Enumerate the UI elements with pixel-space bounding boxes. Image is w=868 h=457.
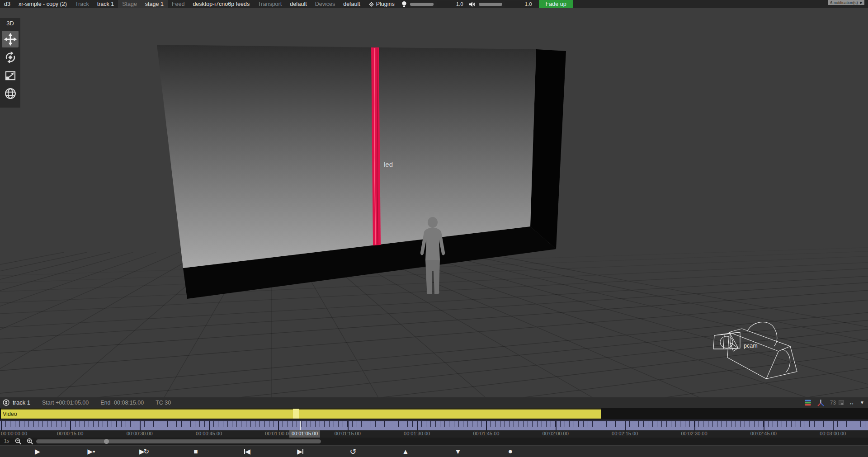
- notifications-expand-icon[interactable]: ▶: [860, 1, 863, 5]
- video-layer-label: Video: [3, 411, 17, 417]
- rotate-tool-button[interactable]: [2, 49, 19, 66]
- ruler-label: 00:03:00.00: [820, 431, 846, 436]
- timeline-scrollbar-thumb[interactable]: [104, 439, 109, 444]
- timeline-panel: track 1 Start +00:01:05.00 End -00:08:15…: [0, 397, 868, 457]
- record-button[interactable]: ●: [503, 446, 518, 457]
- d3-application-window: d3 xr-simple - copy (2) Track track 1 St…: [0, 0, 868, 457]
- track-counter-value[interactable]: 73: [830, 400, 836, 406]
- undo-button[interactable]: ↺: [345, 446, 361, 457]
- stage-3d-viewport[interactable]: led pcam: [0, 8, 868, 397]
- move-tool-button[interactable]: [2, 31, 19, 47]
- next-section-button[interactable]: ▼: [450, 446, 466, 457]
- fit-width-icon[interactable]: ↔: [849, 400, 854, 406]
- menu-stage-value[interactable]: stage 1: [141, 0, 168, 8]
- current-time-box[interactable]: 00:01:05.00: [289, 430, 320, 438]
- ruler-label: 00:00:00.00: [1, 431, 27, 436]
- ruler-major-ticks: [1, 421, 868, 430]
- transport-bar: ▶ ▶• ▶↻ ■ ◀ ▶ ↺ ▲ ▼ ● r32.2_candc/plugin…: [0, 445, 868, 457]
- volume-slider[interactable]: [479, 3, 502, 6]
- timeline-ruler[interactable]: [0, 419, 868, 430]
- ruler-label: 00:01:15.00: [335, 431, 361, 436]
- scale-icon: [4, 69, 17, 82]
- notifications-label: 6 notification(s): [830, 0, 858, 5]
- skip-forward-button[interactable]: ▶: [292, 446, 308, 457]
- menu-feed-label: Feed: [168, 0, 189, 8]
- loop-icon: ▶↻: [139, 448, 148, 456]
- stop-button[interactable]: ■: [188, 446, 203, 457]
- pcam-label: pcam: [744, 343, 758, 349]
- menu-d3[interactable]: d3: [0, 0, 14, 8]
- timeline-scrollbar[interactable]: [36, 439, 321, 443]
- skip-bar-icon: [302, 449, 303, 454]
- pcam-wireframe-camera[interactable]: pcam: [713, 322, 797, 379]
- zoom-unit-label: 1s: [4, 438, 9, 443]
- ruler-label: 00:02:15.00: [612, 431, 638, 436]
- brightness-bulb-icon: [401, 1, 407, 8]
- track-end-time[interactable]: End -00:08:15.00: [100, 400, 144, 406]
- ruler-label: 00:01:00.00: [265, 431, 291, 436]
- menu-transport-label: Transport: [254, 0, 286, 8]
- move-icon: [4, 33, 17, 46]
- fade-up-button[interactable]: Fade up: [539, 0, 573, 8]
- track-timecode-format[interactable]: TC 30: [156, 400, 171, 406]
- ruler-label: 00:00:45.00: [196, 431, 222, 436]
- ruler-label: 00:00:15.00: [57, 431, 83, 436]
- menu-plugins[interactable]: Plugins: [372, 0, 399, 8]
- ruler-label-row: 00:00:00.0000:00:15.0000:00:30.0000:00:4…: [0, 430, 868, 438]
- volume-speaker-icon: [469, 1, 476, 7]
- menu-project-name[interactable]: xr-simple - copy (2): [14, 0, 71, 8]
- axis-gizmo-icon[interactable]: [817, 399, 825, 406]
- timeline-zoom-row: 1s: [0, 438, 868, 445]
- track-icon: [3, 399, 9, 406]
- brightness-value[interactable]: 1.0: [437, 1, 466, 8]
- scale-tool-button[interactable]: [2, 67, 19, 84]
- menu-stage-group: Stage stage 1: [118, 0, 168, 8]
- top-menu-bar: d3 xr-simple - copy (2) Track track 1 St…: [0, 0, 868, 8]
- ruler-label: 00:01:30.00: [404, 431, 430, 436]
- play-to-cue-button[interactable]: ▶•: [84, 446, 99, 457]
- menu-track-value[interactable]: track 1: [93, 0, 118, 8]
- video-layer-playhead[interactable]: [293, 409, 299, 419]
- menu-feed-value[interactable]: desktop-i7cno6p feeds: [189, 0, 254, 8]
- ruler-label: 00:02:00.00: [542, 431, 569, 436]
- rotate-icon: [4, 51, 17, 64]
- zoom-in-icon[interactable]: [27, 438, 33, 445]
- previous-section-button[interactable]: ▲: [398, 446, 413, 457]
- zoom-out-icon[interactable]: [15, 438, 22, 445]
- menu-stage-label: Stage: [118, 0, 141, 8]
- ruler-label: 00:01:45.00: [473, 431, 499, 436]
- track-options-dropdown-icon[interactable]: ▼: [860, 400, 864, 405]
- volume-value[interactable]: 1.0: [505, 1, 534, 8]
- menu-devices-value[interactable]: default: [339, 0, 364, 8]
- led-screen-label: led: [384, 160, 393, 168]
- ruler-label: 00:00:30.00: [127, 431, 153, 436]
- notifications-banner[interactable]: 6 notification(s) ▶: [828, 0, 864, 5]
- menu-transport-value[interactable]: default: [286, 0, 311, 8]
- ruler-label: 00:02:30.00: [681, 431, 707, 436]
- menu-track-label: Track: [71, 0, 93, 8]
- track-header-row: track 1 Start +00:01:05.00 End -00:08:15…: [0, 397, 868, 408]
- track-name[interactable]: track 1: [13, 399, 30, 406]
- globe-icon: [4, 87, 17, 100]
- video-layer-row: Video: [0, 408, 868, 419]
- play-button[interactable]: ▶: [30, 446, 45, 457]
- play-section-loop-button[interactable]: ▶↻: [136, 446, 151, 457]
- globe-tool-button[interactable]: [2, 85, 19, 102]
- layers-color-icon[interactable]: [804, 400, 811, 406]
- return-to-start-button[interactable]: ◀: [240, 446, 255, 457]
- ruler-playhead[interactable]: [300, 421, 301, 430]
- quantise-grid-icon[interactable]: [839, 400, 844, 405]
- brightness-slider[interactable]: [410, 3, 434, 6]
- track-start-time[interactable]: Start +00:01:05.00: [42, 400, 89, 406]
- return-triangle-icon: ◀: [245, 448, 250, 456]
- viewport-tool-palette: 3D: [0, 18, 20, 108]
- track-toolbar: 73 ↔ ▼: [804, 397, 864, 408]
- video-layer-bar[interactable]: Video: [1, 409, 601, 419]
- ruler-label: 00:02:45.00: [750, 431, 777, 436]
- menu-devices-label: Devices: [311, 0, 339, 8]
- skip-triangle-icon: ▶: [297, 448, 302, 456]
- view-mode-label[interactable]: 3D: [0, 18, 20, 29]
